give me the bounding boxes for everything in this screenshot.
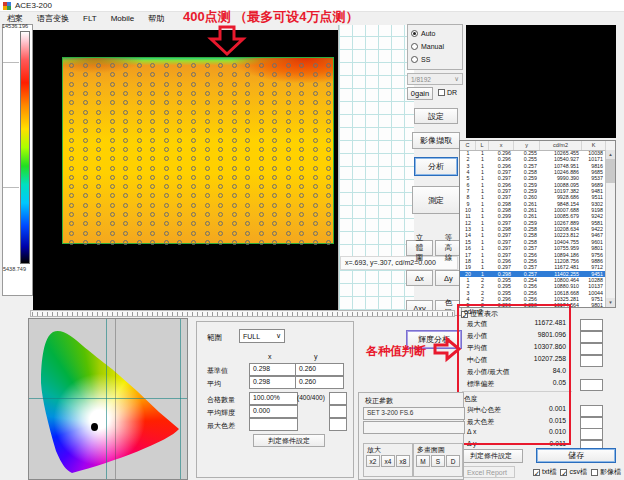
delta-y-button[interactable]: Δy [435,270,462,286]
max-color-diff-field[interactable] [249,418,298,431]
average-y-field[interactable]: 0.260 [295,376,344,389]
measure-point-marker [232,147,237,152]
pass-judge-box [329,392,347,405]
checkbox-icon[interactable] [591,469,598,476]
file-check-影像檔[interactable]: 影像檔 [591,467,621,477]
calibration-panel: 校正參數 SET 3-200 FS.6 放大 多畫面圖 x2x4x8MSD [358,392,464,480]
checkbox-icon[interactable]: ✓ [533,469,540,476]
checkbox-icon[interactable]: ✓ [560,469,567,476]
crosshair-horizontal [29,398,187,399]
judge-condition-setting-button[interactable]: 判定條件設定 [253,434,325,447]
measure-point-marker [272,175,277,180]
zoom-x2-button[interactable]: x2 [366,455,380,467]
measure-point-marker [110,82,115,87]
measure-point-marker [205,91,210,96]
save-button[interactable]: 儲存 [536,448,616,463]
measure-point-marker [259,128,264,133]
measure-point-marker [137,184,142,189]
judge-condition-button[interactable]: 判定條件設定 [459,449,523,463]
menu-item[interactable]: 档案 [0,13,30,24]
measure-point-marker [123,72,128,77]
gain-button[interactable]: 0gain [407,87,433,100]
measure-point-marker [218,221,223,226]
solid-3d-button[interactable]: 立體圖 [406,240,433,256]
measurement-canvas[interactable] [33,30,339,310]
radio-ss[interactable]: SS [411,53,459,66]
table-body[interactable]: 110.2960.25510265.45510038210.2960.25510… [460,150,606,307]
measure-button[interactable]: 測定 [412,186,460,214]
file-format-checkboxes[interactable]: ✓txt檔✓csv檔影像檔 [533,467,621,477]
reference-x-field[interactable]: 0.298 [249,363,298,376]
radio-auto[interactable]: Auto [411,27,459,40]
calibration-value-field[interactable]: SET 3-200 FS.6 [363,407,465,420]
menu-item[interactable]: 帮助 [141,13,171,24]
measure-point-marker [272,119,277,124]
measure-point-marker [177,100,182,105]
measure-point-marker [123,110,128,115]
measure-point-marker [83,82,88,87]
measure-point-marker [232,221,237,226]
measure-point-marker [123,175,128,180]
delta-x-button[interactable]: Δx [406,270,433,286]
zoom-x4-button[interactable]: x4 [381,455,395,467]
measure-point-marker [313,91,318,96]
average-x-field[interactable]: 0.298 [249,376,298,389]
measure-point-marker [83,91,88,96]
measure-point-marker [245,138,250,143]
multiview-S-button[interactable]: S [431,455,445,467]
measure-point-marker [83,63,88,68]
scrollbar-thumb[interactable] [606,159,615,183]
measure-point-marker [150,231,155,236]
multiview-M-button[interactable]: M [416,455,430,467]
chromaticity-diagram[interactable] [28,318,188,480]
menu-item[interactable]: Mobile [104,14,142,23]
measure-point-marker [299,231,304,236]
measure-point-marker [150,212,155,217]
exposure-select[interactable]: 1/8192 ∨ [407,73,463,85]
measure-point-marker [299,82,304,87]
measure-point-marker [232,100,237,105]
table-scrollbar[interactable]: ▲ ▼ [605,150,615,307]
radio-manual[interactable]: Manual [411,40,459,53]
stat-label: Δ x [467,428,476,435]
scroll-up-icon[interactable]: ▲ [606,150,615,159]
analyze-button[interactable]: 分析 [414,157,458,176]
app-icon [3,2,11,10]
stat-row: 中心值10207.258 [460,355,572,367]
file-check-csv檔[interactable]: ✓csv檔 [560,467,587,477]
image-capture-button[interactable]: 影像擷取 [412,132,460,149]
multiview-D-button[interactable]: D [446,455,460,467]
measurement-table[interactable]: CLxycd/m2K 110.2960.25510265.45510038210… [459,140,616,308]
menu-item[interactable]: 语言变换 [30,13,76,24]
max-diff-judge-box [329,418,347,431]
measure-point-marker [232,193,237,198]
measure-point-marker [232,72,237,77]
zoom-x8-button[interactable]: x8 [396,455,410,467]
avg-luminance-field[interactable]: 0.000 [249,405,298,418]
settings-button[interactable]: 設定 [414,108,458,124]
reference-y-field[interactable]: 0.260 [295,363,344,376]
measure-point-marker [137,193,142,198]
measure-point-marker [259,156,264,161]
title-bar: ACE3-200 [0,0,624,12]
calibration-value2-field[interactable] [363,421,465,434]
dr-checkbox-row[interactable]: DR [438,89,457,96]
pass-percent-field[interactable]: 100.00% [249,392,298,405]
measure-point-marker [205,231,210,236]
file-check-label: txt檔 [542,467,556,477]
measure-point-marker [177,240,182,245]
excel-report-button[interactable]: Excel Report [459,466,515,478]
measurement-point-marker [91,423,98,431]
measure-point-marker [137,119,142,124]
measure-point-marker [272,147,277,152]
range-select[interactable]: FULL ∨ [239,329,285,343]
measure-point-marker [123,128,128,133]
file-check-txt檔[interactable]: ✓txt檔 [533,467,556,477]
measure-point-marker [69,156,74,161]
measure-point-marker [272,100,277,105]
luminance-heatmap[interactable] [62,57,334,244]
menu-item[interactable]: FLT [76,14,104,23]
dr-checkbox[interactable] [438,89,445,96]
measure-point-marker [177,147,182,152]
contour-button[interactable]: 等高線 [435,240,462,256]
